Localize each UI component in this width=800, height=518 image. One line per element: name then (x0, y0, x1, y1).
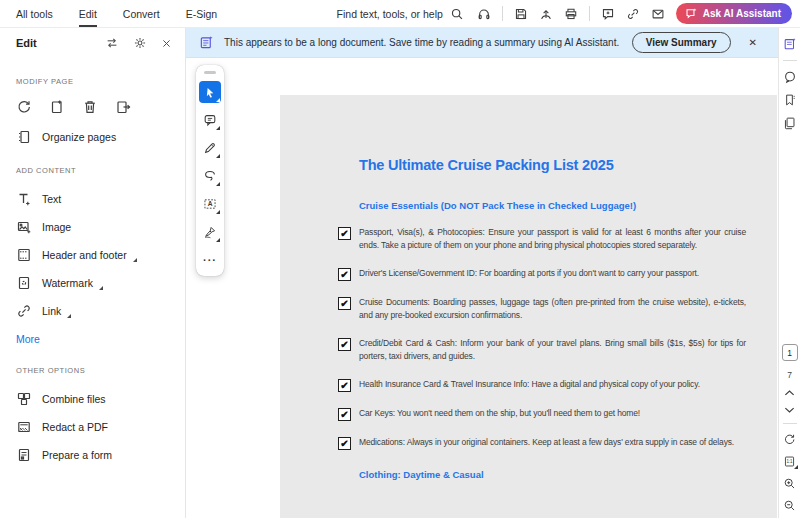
submenu-caret-icon (99, 286, 103, 290)
lasso-tool[interactable] (199, 165, 221, 187)
fill-sign-tool[interactable] (199, 221, 221, 243)
checkbox-checked[interactable]: ✔ (338, 227, 351, 240)
other-options-section-label: OTHER OPTIONS (16, 366, 175, 375)
extract-page-icon[interactable] (115, 99, 131, 115)
document-viewer: This appears to be a long document. Save… (186, 28, 778, 518)
checkbox-checked[interactable]: ✔ (338, 437, 351, 450)
modify-page-actions (16, 99, 175, 115)
select-tool[interactable] (199, 81, 221, 103)
ai-assistant-icon[interactable] (783, 37, 797, 51)
close-panel-icon[interactable] (161, 38, 172, 49)
save-icon[interactable] (514, 7, 528, 21)
divider (783, 423, 797, 424)
bookmarks-panel-icon[interactable] (783, 93, 796, 107)
previous-page-icon[interactable] (784, 389, 795, 397)
pdf-page[interactable]: The Ultimate Cruise Packing List 2025 Cr… (280, 95, 777, 518)
rotate-view-icon[interactable] (783, 433, 796, 446)
organize-pages-item[interactable]: Organize pages (16, 127, 175, 147)
organize-pages-icon (16, 129, 32, 145)
divider (502, 6, 503, 21)
insert-page-icon[interactable] (49, 99, 65, 115)
add-content-section-label: ADD CONTENT (16, 166, 175, 175)
header-footer-label: Header and footer (42, 249, 127, 261)
tab-convert[interactable]: Convert (123, 0, 160, 27)
find-bar[interactable]: Find text, tools, or help (337, 7, 464, 21)
prepare-form-item[interactable]: Prepare a form (16, 445, 175, 465)
main-nav-tabs: All tools Edit Convert E-Sign (16, 0, 217, 27)
link-icon (16, 303, 32, 319)
add-image-label: Image (42, 221, 71, 233)
header-footer-item[interactable]: Header and footer (16, 245, 175, 265)
palette-drag-handle[interactable] (204, 71, 216, 74)
swap-panel-icon[interactable] (105, 36, 119, 50)
delete-page-icon[interactable] (82, 99, 98, 115)
quick-tools-palette: A ··· (196, 65, 224, 276)
prepare-form-icon (16, 447, 32, 463)
edit-panel: Edit MODIFY PAGE (0, 28, 186, 518)
tool-flyout-caret (794, 465, 798, 469)
checkbox-checked[interactable]: ✔ (338, 408, 351, 421)
tab-esign[interactable]: E-Sign (186, 0, 218, 27)
banner-close-icon[interactable]: ✕ (741, 37, 765, 48)
comments-panel-icon[interactable] (783, 70, 797, 84)
divider (589, 6, 590, 21)
more-tools-button[interactable]: ··· (199, 249, 221, 271)
text-box-tool[interactable]: A (199, 193, 221, 215)
page-fit-icon[interactable]: 1:1 (783, 455, 796, 468)
text-icon (16, 191, 32, 207)
banner-message: This appears to be a long document. Save… (224, 37, 622, 48)
doc-title: The Ultimate Cruise Packing List 2025 (359, 157, 746, 173)
svg-text:A: A (208, 200, 213, 207)
settings-gear-icon[interactable] (133, 36, 147, 50)
combine-files-label: Combine files (42, 393, 106, 405)
zoom-out-icon[interactable] (783, 499, 796, 512)
checklist-text: Credit/Debit Card & Cash: Inform your ba… (359, 337, 746, 363)
print-icon[interactable] (564, 7, 578, 21)
top-menubar: All tools Edit Convert E-Sign Find text,… (0, 0, 800, 28)
add-text-item[interactable]: Text (16, 189, 175, 209)
checklist-item: ✔ Cruise Documents: Boarding passes, lug… (338, 296, 746, 322)
header-footer-icon (16, 247, 32, 263)
divider (783, 60, 797, 61)
link-icon[interactable] (626, 7, 640, 21)
view-summary-button[interactable]: View Summary (632, 32, 731, 53)
right-rail: 1 7 1:1 (778, 28, 800, 518)
comment-tool[interactable] (199, 109, 221, 131)
prepare-form-label: Prepare a form (42, 449, 112, 461)
ai-summary-icon (199, 35, 214, 50)
rotate-page-icon[interactable] (16, 99, 32, 115)
combine-files-item[interactable]: Combine files (16, 389, 175, 409)
checkbox-checked[interactable]: ✔ (338, 297, 351, 310)
ai-chat-icon (685, 7, 698, 20)
watermark-item[interactable]: Watermark (16, 273, 175, 293)
edit-panel-header: Edit (0, 28, 185, 58)
checklist-text: Passport, Visa(s), & Photocopies: Ensure… (359, 226, 746, 252)
total-pages-label: 7 (787, 370, 792, 380)
tab-edit[interactable]: Edit (79, 0, 97, 27)
pencil-tool[interactable] (199, 137, 221, 159)
current-page-input[interactable]: 1 (782, 344, 798, 361)
add-text-label: Text (42, 193, 61, 205)
more-link[interactable]: More (16, 333, 40, 345)
checklist-item: ✔ Medications: Always in your original c… (338, 436, 746, 450)
add-image-item[interactable]: Image (16, 217, 175, 237)
checkbox-checked[interactable]: ✔ (338, 338, 351, 351)
link-item[interactable]: Link (16, 301, 175, 321)
combine-files-icon (16, 391, 32, 407)
checkbox-checked[interactable]: ✔ (338, 379, 351, 392)
document-canvas: A ··· The Ultimate Cruise Packing List 2… (186, 58, 778, 518)
checklist-text: Cruise Documents: Boarding passes, lugga… (359, 296, 746, 322)
link-label: Link (42, 305, 61, 317)
checkbox-checked[interactable]: ✔ (338, 268, 351, 281)
next-page-icon[interactable] (784, 406, 795, 414)
page-thumbnails-icon[interactable] (783, 116, 796, 130)
read-aloud-icon[interactable] (477, 7, 491, 21)
redact-pdf-item[interactable]: Redact a PDF (16, 417, 175, 437)
share-icon[interactable] (539, 7, 553, 21)
add-comment-icon[interactable] (601, 7, 615, 21)
zoom-in-icon[interactable] (783, 477, 796, 490)
ask-ai-assistant-button[interactable]: Ask AI Assistant (676, 3, 792, 24)
email-icon[interactable] (651, 7, 665, 21)
search-icon (450, 7, 464, 21)
tab-all-tools[interactable]: All tools (16, 0, 53, 27)
